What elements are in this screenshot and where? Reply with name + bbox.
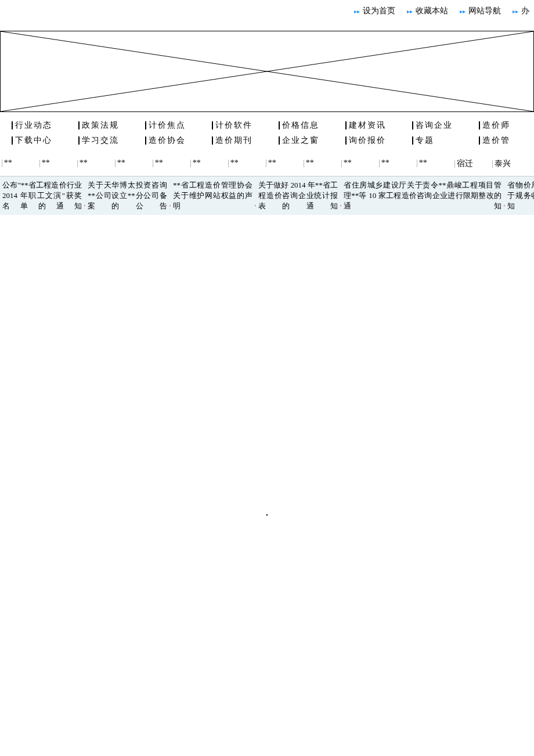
region-link[interactable]: |** xyxy=(189,159,226,169)
notice-link[interactable]: 省住房城乡建设厅关于责令**鼎峻工程项目管理**等 10 家工程造价咨询企业进行… xyxy=(341,180,504,211)
region-link[interactable]: |** xyxy=(377,159,415,169)
nav-pricing-focus[interactable]: 计价焦点 xyxy=(134,120,200,131)
notice-link[interactable]: 省物价局厅关于规务收费标知 xyxy=(505,180,534,211)
nav-material-news[interactable]: 建材资讯 xyxy=(334,120,400,131)
region-link[interactable]: |** xyxy=(264,159,302,169)
notice-link[interactable]: 公布"**省工程造价行业 2014 年职工文演"获奖名单的通知 xyxy=(0,180,84,211)
region-link[interactable]: |** xyxy=(0,159,38,169)
nav-association[interactable]: 造价协会 xyxy=(134,135,200,146)
nav-policy[interactable]: 政策法规 xyxy=(67,120,134,131)
nav-inquiry[interactable]: 询价报价 xyxy=(334,135,400,146)
nav-topic[interactable]: 专题 xyxy=(400,135,467,146)
sitemap-link[interactable]: ▸▸ 网站导航 xyxy=(460,6,501,16)
region-link[interactable]: |** xyxy=(151,159,189,169)
notice-link[interactable]: **省工程造价管理协会关于维护网站权益的声明 xyxy=(171,180,255,211)
office-link[interactable]: ▸▸ 办 xyxy=(513,6,530,16)
nav-row-2: 下载中心 学习交流 造价协会 造价期刊 企业之窗 询价报价 专题 造价管 xyxy=(0,133,534,148)
region-link[interactable]: |** xyxy=(226,159,264,169)
notice-link[interactable]: 关于做好 2014 年**省工程造价咨询企业统计报表的通知 xyxy=(256,180,340,211)
region-link[interactable]: |** xyxy=(38,159,75,169)
header-banner xyxy=(0,31,534,112)
nav-industry-news[interactable]: 行业动态 xyxy=(0,120,67,131)
region-suqian[interactable]: |宿迁 xyxy=(453,159,490,169)
nav-consulting[interactable]: 咨询企业 xyxy=(400,120,467,131)
region-link[interactable]: |** xyxy=(75,159,113,169)
region-nav: |** |** |** |** |** |** |** |** |** |** … xyxy=(0,154,534,177)
nav-cost-engineer[interactable]: 造价师 xyxy=(467,120,534,131)
nav-pricing-software[interactable]: 计价软件 xyxy=(200,120,267,131)
page-footer-dot: . xyxy=(0,505,534,519)
region-taixing[interactable]: |泰兴 xyxy=(490,159,528,169)
nav-enterprise[interactable]: 企业之窗 xyxy=(267,135,334,146)
set-homepage-link[interactable]: ▸▸ 设为首页 xyxy=(354,6,396,16)
arrow-icon: ▸▸ xyxy=(407,8,413,15)
arrow-icon: ▸▸ xyxy=(354,8,360,15)
top-utility-links: ▸▸ 设为首页 ▸▸ 收藏本站 ▸▸ 网站导航 ▸▸ 办 xyxy=(0,0,534,22)
nav-learning[interactable]: 学习交流 xyxy=(67,135,134,146)
nav-price-info[interactable]: 价格信息 xyxy=(267,120,334,131)
region-link[interactable]: |** xyxy=(340,159,377,169)
notice-link[interactable]: 关于天华博太投资咨询**公司设立**分公司备案的公告 xyxy=(85,180,169,211)
arrow-icon: ▸▸ xyxy=(513,8,518,15)
region-link[interactable]: |** xyxy=(302,159,340,169)
nav-cost-mgmt[interactable]: 造价管 xyxy=(467,135,534,146)
main-nav: 行业动态 政策法规 计价焦点 计价软件 价格信息 建材资讯 咨询企业 造价师 下… xyxy=(0,112,534,154)
nav-row-1: 行业动态 政策法规 计价焦点 计价软件 价格信息 建材资讯 咨询企业 造价师 xyxy=(0,118,534,133)
region-link[interactable]: |** xyxy=(113,159,151,169)
arrow-icon: ▸▸ xyxy=(460,8,466,15)
notice-marquee: 公布"**省工程造价行业 2014 年职工文演"获奖名单的通知 ' 关于天华博太… xyxy=(0,177,534,215)
bookmark-link[interactable]: ▸▸ 收藏本站 xyxy=(407,6,449,16)
nav-journal[interactable]: 造价期刊 xyxy=(200,135,267,146)
region-link[interactable]: |** xyxy=(415,159,453,169)
nav-download[interactable]: 下载中心 xyxy=(0,135,67,146)
